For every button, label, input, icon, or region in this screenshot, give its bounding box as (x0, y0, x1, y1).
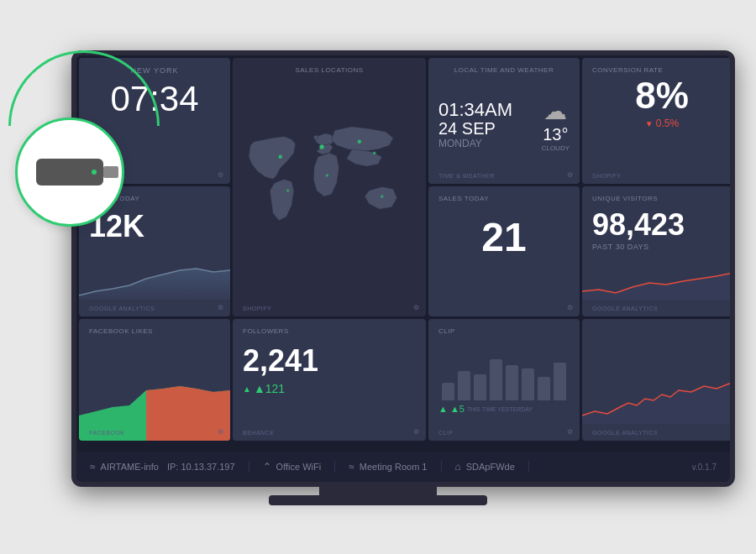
weather-settings-icon: ⚙ (567, 171, 573, 179)
dashboard: NEW YORK 07:34 ⚙ SALES LOCATIONS (76, 55, 730, 482)
map-source: SHOPIFY (243, 306, 271, 311)
followers-settings-icon: ⚙ (413, 428, 419, 436)
clip-time-label: THIS TIME YESTERDAY (467, 406, 533, 412)
followers-change: ▲ ▲121 (243, 382, 416, 395)
tv-base (269, 495, 487, 505)
clock-settings-icon: ⚙ (218, 171, 223, 179)
clip-source: CLIP (438, 430, 454, 436)
dashboard-grid: NEW YORK 07:34 ⚙ SALES LOCATIONS (76, 55, 730, 452)
dongle-circle (15, 118, 124, 227)
clip-label: CLIP (438, 327, 570, 335)
map-title: SALES LOCATIONS (243, 66, 416, 74)
analytics-settings-icon: ⚙ (218, 304, 223, 311)
ga-settings-icon: ⚙ (729, 428, 735, 436)
visitors-value: 98,423 (592, 207, 732, 243)
conversion-source: SHOPIFY (592, 173, 621, 179)
followers-arrow-icon: ▲ (243, 384, 251, 394)
svg-point-0 (319, 144, 323, 149)
status-wifi-office: ⌃ Office WiFi (249, 461, 336, 473)
widget-map: SALES LOCATIONS (233, 58, 426, 316)
meeting-room-icon: ≈ (349, 461, 354, 473)
clip-bar-2 (458, 371, 470, 400)
sdap-label: SDApFWde (466, 462, 515, 472)
svg-point-2 (279, 154, 282, 158)
followers-delta: ▲121 (254, 382, 285, 395)
weather-time-section: 01:34AM 24 SEP MONDAY (438, 101, 512, 149)
weather-day: MONDAY (438, 138, 512, 149)
svg-point-6 (286, 189, 290, 192)
visitors-label: UNIQUE VISITORS (592, 195, 732, 202)
svg-point-3 (373, 151, 376, 154)
clip-bar-3 (474, 374, 486, 401)
followers-label: FOLLOWERS (243, 327, 416, 335)
sales-value: 21 (438, 214, 570, 260)
facebook-source: FACEBOOK (89, 430, 125, 436)
weather-content: 01:34AM 24 SEP MONDAY ☁ 13° CLOUDY (438, 74, 570, 175)
sdap-icon: ⌂ (455, 461, 461, 473)
conversion-settings-icon: ⚙ (729, 171, 735, 179)
followers-source: BEHANCE (243, 430, 274, 436)
conversion-label: CONVERSION RATE (592, 66, 732, 74)
widget-ganalytics: GOOGLE ANALYTICS ⚙ (582, 319, 735, 441)
clip-settings-icon: ⚙ (567, 428, 573, 436)
map-settings-icon: ⚙ (413, 304, 419, 311)
clip-bar-6 (522, 368, 534, 401)
weather-date: 24 SEP (438, 119, 512, 138)
weather-temp: 13° (543, 125, 568, 144)
status-meeting-room: ≈ Meeting Room 1 (335, 461, 441, 473)
visitors-source: GOOGLE ANALYTICS (592, 306, 658, 311)
widget-facebook: FACEBOOK LIKES FACEBOOK ⚙ (79, 319, 230, 441)
ip-label: IP: 10.13.37.197 (167, 462, 235, 472)
weather-icon-section: ☁ 13° CLOUDY (542, 97, 570, 152)
widget-visitors: UNIQUE VISITORS 98,423 PAST 30 DAYS GOOG… (582, 186, 735, 316)
clip-arrow-icon: ▲ (438, 404, 448, 414)
cloud-icon: ☁ (543, 97, 567, 125)
weather-time: 01:34AM (438, 101, 512, 119)
dongle-led (92, 170, 97, 175)
wifi-office-icon: ⌃ (263, 461, 271, 473)
weather-label: LOCAL TIME AND WEATHER (438, 66, 570, 74)
conversion-change: ▼ 0.5% (592, 118, 732, 129)
svg-point-5 (381, 195, 384, 198)
clip-bar-7 (538, 377, 550, 400)
widget-clip: CLIP ▲ ▲5 THIS TIME YESTERD (428, 319, 580, 441)
ga-source: GOOGLE ANALYTICS (592, 430, 658, 436)
ga-chart (582, 365, 735, 424)
clip-bars (438, 342, 570, 400)
visitors-chart (582, 258, 735, 300)
tv-monitor: NEW YORK 07:34 ⚙ SALES LOCATIONS (71, 50, 735, 487)
status-sdap: ⌂ SDApFWde (442, 461, 529, 473)
status-bar: ≈ AIRTAME-info IP: 10.13.37.197 ⌃ Office… (76, 452, 730, 482)
clip-bar-5 (506, 365, 518, 400)
widget-sales: SALES TODAY 21 ⚙ (428, 186, 580, 316)
widget-conversion: CONVERSION RATE 8% ▼ 0.5% SHOPIFY ⚙ (582, 58, 735, 184)
clip-bar-1 (442, 383, 454, 400)
widget-followers: FOLLOWERS 2,241 ▲ ▲121 BEHANCE ⚙ (233, 319, 426, 441)
world-map-svg (243, 79, 416, 287)
visitors-settings-icon: ⚙ (729, 304, 735, 311)
followers-value: 2,241 (243, 343, 416, 379)
airtame-icon: ≈ (90, 461, 96, 473)
svg-point-4 (326, 174, 329, 177)
facebook-label: FACEBOOK LIKES (89, 327, 220, 335)
clip-bar-4 (490, 359, 502, 400)
clip-delta: ▲5 (450, 404, 465, 414)
dongle-connector (103, 166, 118, 178)
facebook-settings-icon: ⚙ (218, 428, 223, 436)
status-airtame: ≈ AIRTAME-info IP: 10.13.37.197 (90, 461, 249, 473)
analytics-source: GOOGLE ANALYTICS (89, 306, 155, 311)
scene: NEW YORK 07:34 ⚙ SALES LOCATIONS (0, 0, 756, 554)
clip-change: ▲ ▲5 THIS TIME YESTERDAY (438, 404, 570, 414)
clip-bar-8 (554, 363, 566, 401)
weather-source: TIME & WEATHER (438, 173, 495, 179)
conversion-value: 8% (592, 77, 732, 114)
weather-desc: CLOUDY (542, 144, 570, 152)
analytics-value: 12K (89, 209, 220, 244)
widget-weather: LOCAL TIME AND WEATHER 01:34AM 24 SEP MO… (428, 58, 580, 184)
analytics-chart (79, 253, 230, 300)
wifi-office-label: Office WiFi (276, 462, 322, 472)
airtame-label: AIRTAME-info (101, 462, 159, 472)
sales-label: SALES TODAY (438, 195, 570, 202)
svg-point-1 (358, 140, 361, 144)
conversion-pct: 0.5% (656, 118, 679, 129)
